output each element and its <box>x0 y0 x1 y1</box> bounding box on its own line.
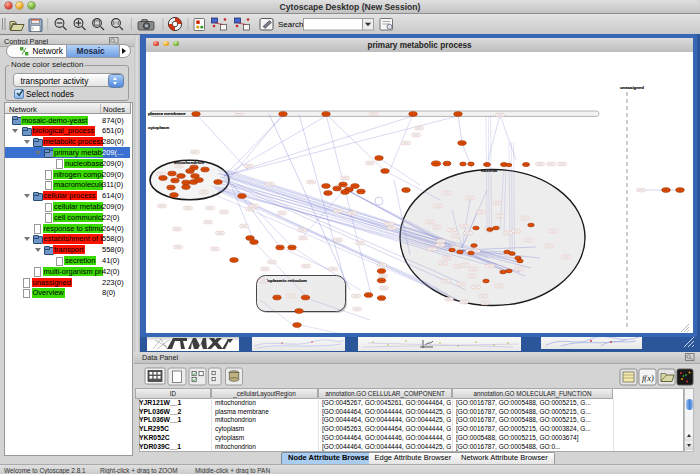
svg-text:nucleus: nucleus <box>481 168 498 173</box>
svg-text:mitochondrion: mitochondrion <box>174 160 204 165</box>
svg-text:Search:: Search: <box>278 20 306 29</box>
svg-text:f(x): f(x) <box>642 373 654 383</box>
svg-text:plasma membrane: plasma membrane <box>148 111 186 116</box>
svg-text:cytoplasm: cytoplasm <box>148 125 169 130</box>
svg-text:unassigned: unassigned <box>620 85 644 90</box>
